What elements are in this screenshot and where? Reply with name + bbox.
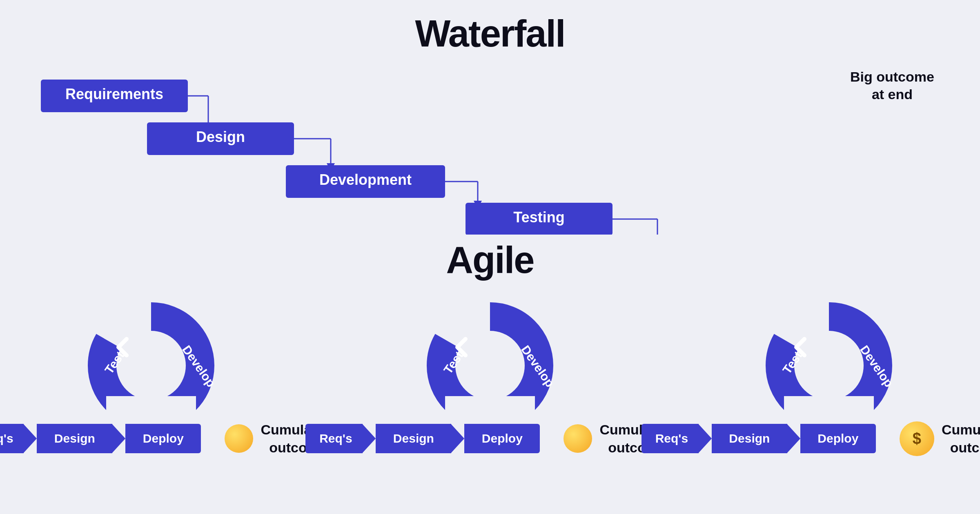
svg-text:at end: at end xyxy=(872,86,913,102)
svg-rect-5 xyxy=(147,122,294,155)
page-container: Waterfall Requirements Design Developmen… xyxy=(0,0,980,514)
sprint-bar-area-1: Req's Design Deploy Cumulativeoutcome xyxy=(0,421,336,456)
seg-design-3: Design xyxy=(712,424,787,453)
sprint-bar-2: Req's Design Deploy xyxy=(305,424,559,453)
seg-reqs-1: Req's xyxy=(0,424,24,453)
seg-deploy-1: Deploy xyxy=(125,424,201,453)
cumulative-label-3: Cumulativeoutcome xyxy=(942,421,980,456)
svg-text:Development: Development xyxy=(319,171,412,188)
sprint-group-3: Test Develop Req's Design Deploy $ Cumul… xyxy=(698,302,960,456)
sprint-group-2: Test Develop Req's Design Deploy Cumulat… xyxy=(359,302,621,456)
svg-text:Requirements: Requirements xyxy=(65,86,163,102)
waterfall-diagram: Requirements Design Development Testing xyxy=(20,59,960,235)
agile-diagram: Test Develop Req's Design Deploy Cumulat… xyxy=(20,290,960,469)
sprint-bar-area-3: Req's Design Deploy $ Cumulativeoutcome xyxy=(641,421,980,456)
seg-design-2: Design xyxy=(376,424,451,453)
sprint-coin-1 xyxy=(225,424,253,453)
sprint-coin-3: $ xyxy=(900,421,934,456)
waterfall-title: Waterfall xyxy=(415,12,565,55)
svg-rect-10 xyxy=(286,165,445,198)
sprint-bar-area-2: Req's Design Deploy Cumulativeoutcome xyxy=(305,421,674,456)
seg-deploy-2: Deploy xyxy=(464,424,540,453)
sprint-circle-2: Test Develop xyxy=(421,302,559,429)
sprint-group-1: Test Develop Req's Design Deploy Cumulat… xyxy=(20,302,282,456)
svg-text:Testing: Testing xyxy=(513,209,564,226)
svg-text:Big outcome: Big outcome xyxy=(850,69,934,84)
coin-symbol: $ xyxy=(913,430,921,448)
sprint-coin-2 xyxy=(564,424,592,453)
svg-text:Design: Design xyxy=(196,128,245,145)
svg-rect-15 xyxy=(466,203,612,235)
seg-reqs-3: Req's xyxy=(641,424,699,453)
svg-rect-0 xyxy=(41,80,188,112)
sprint-circle-1: Test Develop xyxy=(82,302,220,429)
seg-design-1: Design xyxy=(37,424,112,453)
svg-marker-9 xyxy=(327,163,335,171)
sprint-bar-3: Req's Design Deploy xyxy=(641,424,895,453)
sprint-bar-1: Req's Design Deploy xyxy=(0,424,220,453)
svg-marker-14 xyxy=(474,201,482,209)
agile-title: Agile xyxy=(446,239,534,281)
seg-reqs-2: Req's xyxy=(305,424,363,453)
seg-deploy-3: Deploy xyxy=(800,424,876,453)
svg-marker-4 xyxy=(204,122,212,131)
sprint-circle-3: Test Develop xyxy=(760,302,898,429)
